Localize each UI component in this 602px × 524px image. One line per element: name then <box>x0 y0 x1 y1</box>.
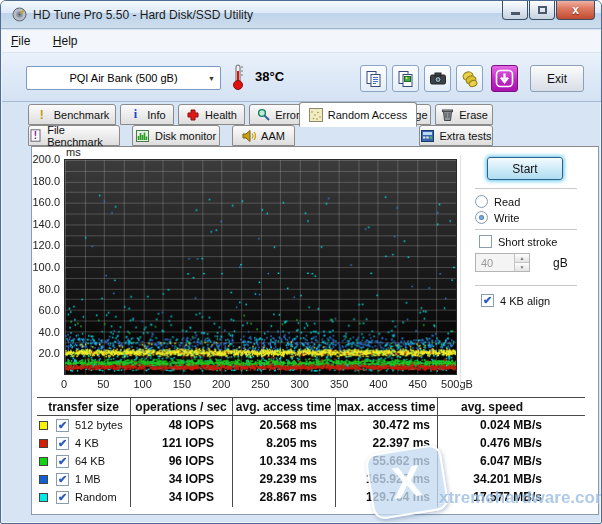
speed-cell: 6.047 MB/s <box>437 454 542 468</box>
tab-random-access[interactable]: Random Access <box>299 102 417 127</box>
ops-cell: 34 IOPS <box>130 490 214 504</box>
download-button[interactable] <box>491 65 518 92</box>
column-header: transfer size <box>37 400 130 414</box>
row-checkbox[interactable]: ✔ <box>56 473 69 486</box>
table-row: ✔ 4 KB 121 IOPS 8.205 ms 22.397 ms 0.476… <box>32 435 600 453</box>
menu-file[interactable]: File <box>2 30 39 52</box>
drive-select-dropdown[interactable]: PQI Air Bank (500 gB) ▼ <box>26 66 221 90</box>
capacity-spinner[interactable]: 40 ▲ ▼ <box>475 253 530 272</box>
row-checkbox[interactable]: ✔ <box>56 419 69 432</box>
row-checkbox[interactable]: ✔ <box>56 491 69 504</box>
tab-info[interactable]: i Info <box>120 104 174 125</box>
series-color-swatch <box>39 421 48 430</box>
chevron-down-icon: ▼ <box>208 75 215 82</box>
copy-image-button[interactable] <box>392 65 419 92</box>
menu-bar: File Help <box>2 30 602 53</box>
drive-select-value: PQI Air Bank (500 gB) <box>69 72 177 84</box>
x-tick-label: 500gB <box>432 378 482 390</box>
exclamation-icon: ! <box>35 108 49 122</box>
row-checkbox[interactable]: ✔ <box>56 437 69 450</box>
app-window: HD Tune Pro 5.50 - Hard Disk/SSD Utility… <box>0 0 602 524</box>
health-cross-icon <box>186 108 200 122</box>
read-radio[interactable] <box>475 195 488 208</box>
series-color-swatch <box>39 493 48 502</box>
avg-cell: 8.205 ms <box>232 436 317 450</box>
title-bar[interactable]: HD Tune Pro 5.50 - Hard Disk/SSD Utility… <box>1 1 601 29</box>
spin-up-icon[interactable]: ▲ <box>515 254 529 263</box>
y-tick-label: 120.0 <box>32 239 60 251</box>
y-tick-label: 20.0 <box>32 347 60 359</box>
extra-tests-icon <box>421 129 435 143</box>
watermark-text: xtremehardware.com <box>439 488 602 508</box>
series-color-swatch <box>39 457 48 466</box>
tab-disk-monitor[interactable]: Disk monitor <box>132 125 220 146</box>
close-button[interactable]: x <box>556 1 595 20</box>
table-row: ✔ 64 KB 96 IOPS 10.334 ms 55.662 ms 6.04… <box>32 453 600 471</box>
read-label: Read <box>494 196 520 208</box>
y-tick-label: 140.0 <box>32 218 60 230</box>
check-icon: ✔ <box>58 473 67 485</box>
start-label: Start <box>512 162 537 176</box>
spinner-buttons[interactable]: ▲ ▼ <box>514 254 529 271</box>
speed-cell: 0.476 MB/s <box>437 436 542 450</box>
ops-cell: 34 IOPS <box>130 472 214 486</box>
tab-label: Disk monitor <box>155 130 216 142</box>
tab-benchmark[interactable]: ! Benchmark <box>28 104 116 125</box>
tab-label: Health <box>205 109 237 121</box>
random-access-panel: ms 200.0 180.0 160.0 140.0 120.0 100.0 8… <box>31 146 599 515</box>
y-tick-label: 40.0 <box>32 326 60 338</box>
y-tick-label: 60.0 <box>32 304 60 316</box>
align-checkbox[interactable]: ✔ <box>481 294 494 307</box>
camera-icon <box>429 70 447 88</box>
write-radio[interactable] <box>475 211 488 224</box>
minimize-button[interactable] <box>502 1 528 20</box>
column-header: avg. access time <box>232 400 335 414</box>
row-checkbox[interactable]: ✔ <box>56 455 69 468</box>
ops-cell: 96 IOPS <box>130 454 214 468</box>
exit-label: Exit <box>547 72 567 86</box>
avg-cell: 10.334 ms <box>232 454 317 468</box>
magnifier-icon <box>256 108 270 122</box>
screenshot-button[interactable] <box>424 65 451 92</box>
y-axis-unit: ms <box>66 146 81 158</box>
tab-aam[interactable]: AAM <box>232 125 295 146</box>
series-color-swatch <box>39 439 48 448</box>
y-tick-label: 180.0 <box>32 175 60 187</box>
tab-label: Benchmark <box>54 109 110 121</box>
tab-extra-tests[interactable]: Extra tests <box>419 125 493 146</box>
coins-icon <box>461 70 479 88</box>
tab-label: AAM <box>261 130 285 142</box>
tab-file-benchmark[interactable]: ! File Benchmark <box>28 125 120 146</box>
short-stroke-checkbox[interactable] <box>479 235 492 248</box>
spin-down-icon[interactable]: ▼ <box>515 263 529 271</box>
maximize-icon <box>538 6 547 14</box>
tab-label: Info <box>147 109 165 121</box>
check-icon: ✔ <box>58 455 67 467</box>
table-row: ✔ 1 MB 34 IOPS 29.239 ms 165.925 ms 34.2… <box>32 471 600 489</box>
ops-cell: 121 IOPS <box>130 436 214 450</box>
panel-divider <box>460 155 461 385</box>
menu-help[interactable]: Help <box>44 30 87 52</box>
copy-text-button[interactable] <box>360 65 387 92</box>
exit-button[interactable]: Exit <box>530 65 584 92</box>
y-tick-label: 100.0 <box>32 261 60 273</box>
avg-cell: 29.239 ms <box>232 472 317 486</box>
check-icon: ✔ <box>58 419 67 431</box>
start-button[interactable]: Start <box>487 157 563 180</box>
save-results-button[interactable] <box>456 65 483 92</box>
check-icon: ✔ <box>483 294 492 306</box>
align-label: 4 KB align <box>500 295 550 307</box>
row-label: 64 KB <box>75 455 105 467</box>
maximize-button[interactable] <box>529 1 555 20</box>
watermark-logo: X <box>364 443 449 520</box>
write-label: Write <box>494 212 519 224</box>
avg-cell: 28.867 ms <box>232 490 317 504</box>
tab-erase[interactable]: Erase <box>435 104 493 125</box>
row-label: 1 MB <box>75 473 101 485</box>
download-arrow-icon <box>495 69 514 88</box>
row-label: 512 bytes <box>75 419 123 431</box>
y-tick-label: 200.0 <box>32 153 60 165</box>
tab-label: Erase <box>459 109 488 121</box>
tab-health[interactable]: Health <box>178 104 245 125</box>
access-time-scatter-chart <box>64 159 457 375</box>
